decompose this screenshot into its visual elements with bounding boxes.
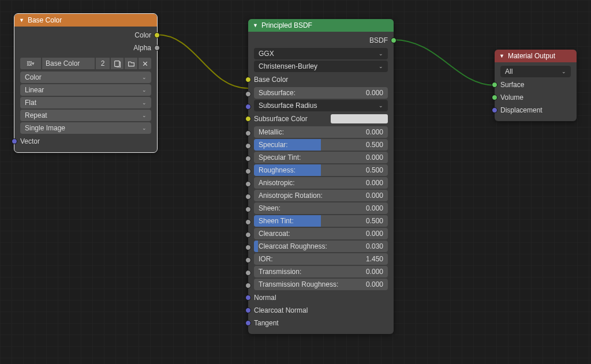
unlink-image-button[interactable]: [139, 58, 151, 69]
image-name-field[interactable]: Base Color: [42, 58, 95, 69]
target-dropdown[interactable]: All⌄: [500, 66, 571, 77]
image-texture-node[interactable]: ▼ Base Color Color Alpha 🖼▾ Base Color 2…: [14, 14, 157, 152]
socket-displacement-in[interactable]: [492, 107, 498, 113]
number-field[interactable]: Clearcoat:0.000: [254, 228, 388, 239]
principled-bsdf-node[interactable]: ▼ Principled BSDF BSDF GGX⌄ Christensen-…: [248, 19, 394, 334]
number-field[interactable]: Transmission Roughness:0.000: [254, 279, 388, 290]
image-toolbar: 🖼▾ Base Color 2: [20, 58, 151, 69]
input-volume: Volume: [495, 91, 577, 104]
input-subsurface-color: Subsurface Color: [248, 112, 394, 125]
output-alpha: Alpha: [14, 42, 157, 54]
socket-in[interactable]: [245, 156, 251, 162]
socket-vector-in[interactable]: [12, 138, 17, 144]
number-field[interactable]: Sheen:0.000: [254, 202, 388, 214]
socket-bsdf-out[interactable]: [391, 37, 397, 43]
color-swatch[interactable]: [331, 114, 388, 123]
input-row: Clearcoat Normal: [248, 304, 394, 317]
socket-in[interactable]: [245, 320, 251, 326]
input-row: Tangent: [248, 317, 394, 329]
socket-volume-in[interactable]: [492, 95, 498, 100]
source-dropdown[interactable]: Single Image⌄: [20, 122, 151, 134]
material-output-node[interactable]: ▼ Material Output All⌄ Surface Volume Di…: [495, 50, 577, 121]
number-field[interactable]: Metallic:0.000: [254, 126, 388, 138]
output-bsdf: BSDF: [248, 34, 394, 47]
collapse-icon[interactable]: ▼: [253, 22, 258, 28]
input-vector: Vector: [14, 135, 157, 148]
node-title: Material Output: [508, 52, 555, 60]
input-row: Normal: [248, 291, 394, 304]
number-field[interactable]: Transmission:0.000: [254, 266, 388, 277]
socket-in[interactable]: [245, 104, 251, 110]
number-field[interactable]: Specular:0.500: [254, 139, 388, 151]
socket-in[interactable]: [245, 168, 251, 174]
interpolation-dropdown[interactable]: Linear⌄: [20, 84, 151, 96]
svg-rect-0: [114, 61, 119, 66]
subsurface-method-dropdown[interactable]: Christensen-Burley⌄: [254, 61, 388, 72]
extension-dropdown[interactable]: Repeat⌄: [20, 110, 151, 121]
socket-in[interactable]: [245, 77, 251, 82]
number-field[interactable]: Subsurface:0.000: [254, 87, 388, 99]
socket-in[interactable]: [245, 232, 251, 238]
projection-dropdown[interactable]: Flat⌄: [20, 97, 151, 108]
distribution-dropdown[interactable]: GGX⌄: [254, 48, 388, 59]
number-field[interactable]: Specular Tint:0.000: [254, 152, 388, 163]
image-browse-button[interactable]: 🖼▾: [20, 58, 41, 69]
node-title: Principled BSDF: [261, 21, 312, 29]
colorspace-dropdown[interactable]: Color⌄: [20, 72, 151, 83]
new-image-button[interactable]: [111, 58, 124, 69]
number-field[interactable]: Sheen Tint:0.500: [254, 215, 388, 227]
socket-in[interactable]: [245, 270, 251, 276]
node-title: Base Color: [28, 16, 62, 24]
number-field[interactable]: Clearcoat Roughness:0.030: [254, 241, 388, 252]
number-field[interactable]: Anisotropic:0.000: [254, 177, 388, 189]
input-row: Base Color: [248, 73, 394, 86]
open-image-button[interactable]: [125, 58, 137, 69]
input-displacement: Displacement: [495, 104, 577, 117]
output-color: Color: [14, 29, 157, 42]
socket-in[interactable]: [245, 207, 251, 212]
socket-color-out[interactable]: [154, 32, 160, 38]
socket-in[interactable]: [245, 307, 251, 313]
socket-alpha-out[interactable]: [154, 45, 160, 51]
input-dropdown[interactable]: Subsurface Radius⌄: [254, 100, 388, 111]
socket-in[interactable]: [245, 295, 251, 301]
number-field[interactable]: Roughness:0.500: [254, 164, 388, 176]
node-header[interactable]: ▼ Principled BSDF: [248, 19, 394, 32]
socket-in[interactable]: [245, 194, 251, 200]
socket-in[interactable]: [245, 257, 251, 263]
collapse-icon[interactable]: ▼: [19, 17, 24, 23]
socket-in[interactable]: [245, 181, 251, 187]
socket-surface-in[interactable]: [492, 82, 498, 88]
socket-in[interactable]: [245, 116, 251, 122]
image-users-field[interactable]: 2: [96, 58, 110, 69]
socket-in[interactable]: [245, 143, 251, 149]
number-field[interactable]: Anisotropic Rotation:0.000: [254, 190, 388, 201]
socket-in[interactable]: [245, 283, 251, 288]
node-header[interactable]: ▼ Base Color: [14, 14, 157, 27]
number-field[interactable]: IOR:1.450: [254, 253, 388, 265]
node-header[interactable]: ▼ Material Output: [495, 50, 577, 62]
socket-in[interactable]: [245, 245, 251, 250]
socket-in[interactable]: [245, 130, 251, 136]
socket-in[interactable]: [245, 219, 251, 225]
socket-in[interactable]: [245, 91, 251, 97]
input-surface: Surface: [495, 78, 577, 91]
collapse-icon[interactable]: ▼: [499, 53, 504, 59]
